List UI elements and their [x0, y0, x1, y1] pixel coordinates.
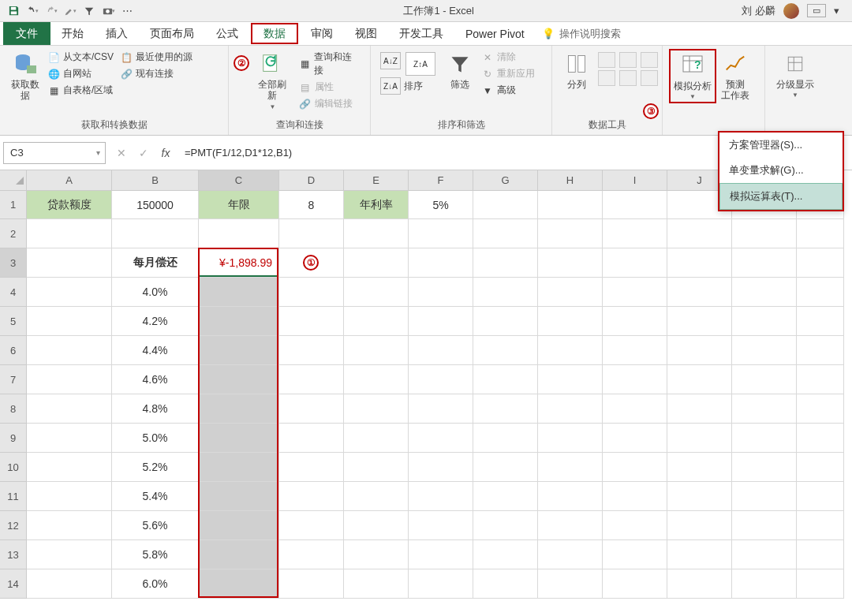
- cell-D8[interactable]: [279, 394, 344, 424]
- cell-H3[interactable]: [538, 248, 603, 278]
- cell-C8[interactable]: [199, 394, 279, 424]
- cells-area[interactable]: 贷款额度150000年限8年利率5%每月偿还¥-1,898.994.0%4.2%…: [27, 191, 852, 616]
- queries-conn[interactable]: ▦查询和连接: [299, 50, 361, 77]
- cell-A12[interactable]: [27, 511, 112, 540]
- cell-E1[interactable]: 年利率: [344, 191, 409, 219]
- goal-seek[interactable]: 单变量求解(G)...: [719, 158, 843, 183]
- select-all-corner[interactable]: [0, 170, 27, 191]
- redo-icon[interactable]: [43, 2, 60, 20]
- cell-F14[interactable]: [409, 569, 473, 599]
- cell-G4[interactable]: [473, 278, 538, 307]
- cell-L7[interactable]: [797, 365, 844, 394]
- cell-H6[interactable]: [538, 336, 603, 365]
- file-tab[interactable]: 文件: [3, 22, 50, 45]
- cell-E8[interactable]: [344, 394, 409, 424]
- cell-A7[interactable]: [27, 365, 112, 394]
- cell-B9[interactable]: 5.0%: [112, 424, 199, 453]
- from-table[interactable]: ▦自表格/区域: [47, 84, 114, 97]
- tab-developer[interactable]: 开发工具: [388, 22, 454, 45]
- cell-L6[interactable]: [797, 336, 844, 365]
- cell-A10[interactable]: [27, 453, 112, 482]
- cell-H10[interactable]: [538, 453, 603, 482]
- undo-icon[interactable]: [24, 2, 41, 20]
- cell-B4[interactable]: 4.0%: [112, 278, 199, 307]
- col-header-I[interactable]: I: [603, 170, 667, 191]
- from-text-csv[interactable]: 📄从文本/CSV: [47, 50, 114, 64]
- sort-button[interactable]: Z↕A: [402, 52, 439, 76]
- cell-H12[interactable]: [538, 511, 603, 540]
- cell-C6[interactable]: [199, 336, 279, 365]
- cell-D4[interactable]: [279, 278, 344, 307]
- cell-D6[interactable]: [279, 336, 344, 365]
- cell-J12[interactable]: [667, 511, 732, 540]
- cell-D5[interactable]: [279, 307, 344, 336]
- row-header-4[interactable]: 4: [0, 278, 27, 307]
- cell-A5[interactable]: [27, 307, 112, 336]
- cell-I7[interactable]: [603, 365, 667, 394]
- cell-I10[interactable]: [603, 453, 667, 482]
- cell-J5[interactable]: [667, 307, 732, 336]
- cell-C9[interactable]: [199, 424, 279, 453]
- qat-customize-icon[interactable]: ⋯: [118, 2, 136, 20]
- col-header-F[interactable]: F: [409, 170, 473, 191]
- cell-I4[interactable]: [603, 278, 667, 307]
- cell-E7[interactable]: [344, 365, 409, 394]
- cell-I12[interactable]: [603, 511, 667, 540]
- outline-button[interactable]: 分级显示 ▼: [772, 49, 819, 100]
- cell-L9[interactable]: [797, 424, 844, 453]
- cell-E13[interactable]: [344, 540, 409, 569]
- cell-F9[interactable]: [409, 424, 473, 453]
- ribbon-display-icon[interactable]: ▭: [807, 4, 826, 17]
- tab-layout[interactable]: 页面布局: [139, 22, 205, 45]
- tab-powerpivot[interactable]: Power Pivot: [454, 22, 536, 45]
- cell-C2[interactable]: [199, 219, 279, 248]
- cell-G9[interactable]: [473, 424, 538, 453]
- cell-G8[interactable]: [473, 394, 538, 424]
- cell-L8[interactable]: [797, 394, 844, 424]
- cell-I5[interactable]: [603, 307, 667, 336]
- remove-dup-icon[interactable]: [619, 52, 637, 68]
- cell-I6[interactable]: [603, 336, 667, 365]
- cell-B10[interactable]: 5.2%: [112, 453, 199, 482]
- cell-C4[interactable]: [199, 278, 279, 307]
- cell-F11[interactable]: [409, 482, 473, 511]
- cell-E14[interactable]: [344, 569, 409, 599]
- cell-C1[interactable]: 年限: [199, 191, 279, 219]
- row-header-1[interactable]: 1: [0, 191, 27, 219]
- cell-F5[interactable]: [409, 307, 473, 336]
- cell-J14[interactable]: [667, 569, 732, 599]
- row-header-7[interactable]: 7: [0, 365, 27, 394]
- cell-G2[interactable]: [473, 219, 538, 248]
- cell-E4[interactable]: [344, 278, 409, 307]
- cell-A13[interactable]: [27, 540, 112, 569]
- cell-B2[interactable]: [112, 219, 199, 248]
- cell-B3[interactable]: 每月偿还: [112, 248, 199, 278]
- data-table[interactable]: 模拟运算表(T)...: [719, 183, 843, 210]
- refresh-all-button[interactable]: 全部刷新 ▼: [249, 49, 296, 112]
- cell-C11[interactable]: [199, 482, 279, 511]
- cell-L12[interactable]: [797, 511, 844, 540]
- cell-L3[interactable]: [797, 248, 844, 278]
- cell-K4[interactable]: [732, 278, 797, 307]
- cell-A6[interactable]: [27, 336, 112, 365]
- row-header-13[interactable]: 13: [0, 540, 27, 569]
- cell-I3[interactable]: [603, 248, 667, 278]
- recent-sources[interactable]: 📋最近使用的源: [120, 50, 192, 64]
- cell-C5[interactable]: [199, 307, 279, 336]
- row-header-14[interactable]: 14: [0, 569, 27, 599]
- tab-view[interactable]: 视图: [344, 22, 388, 45]
- cell-F12[interactable]: [409, 511, 473, 540]
- cell-F3[interactable]: [409, 248, 473, 278]
- cell-L4[interactable]: [797, 278, 844, 307]
- cell-K14[interactable]: [732, 569, 797, 599]
- col-header-G[interactable]: G: [473, 170, 538, 191]
- cell-I8[interactable]: [603, 394, 667, 424]
- cell-D14[interactable]: [279, 569, 344, 599]
- fx-icon[interactable]: fx: [155, 142, 177, 164]
- cell-G5[interactable]: [473, 307, 538, 336]
- cell-F6[interactable]: [409, 336, 473, 365]
- cell-B13[interactable]: 5.8%: [112, 540, 199, 569]
- cell-A14[interactable]: [27, 569, 112, 599]
- cell-I13[interactable]: [603, 540, 667, 569]
- row-header-10[interactable]: 10: [0, 453, 27, 482]
